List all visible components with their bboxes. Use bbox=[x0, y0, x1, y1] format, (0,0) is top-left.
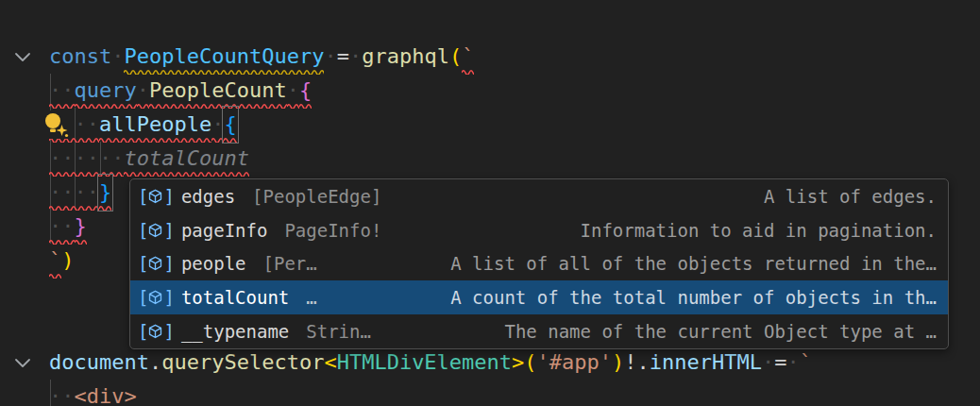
suggestion-item-pageInfo[interactable]: []pageInfoPageInfo!Information to aid in… bbox=[130, 213, 948, 247]
suggestion-label: __typename bbox=[181, 321, 289, 342]
code-token: querySelector bbox=[161, 346, 324, 380]
suggestion-item-people[interactable]: []people[Per…A list of all of the object… bbox=[130, 247, 948, 281]
code-token: totalCount bbox=[124, 142, 248, 176]
code-line-ghost-totalcount[interactable]: ······totalCount bbox=[0, 142, 980, 176]
code-token: query bbox=[75, 74, 137, 108]
whitespace-dots: · bbox=[111, 40, 124, 74]
code-token: { bbox=[299, 74, 312, 108]
code-token: document bbox=[49, 346, 149, 380]
suggestion-description: The name of the current Object type at … bbox=[504, 321, 937, 342]
suggest-widget: []edges[PeopleEdge]A list of edges.[]pag… bbox=[129, 178, 949, 349]
suggestion-item-edges[interactable]: []edges[PeopleEdge]A list of edges. bbox=[130, 179, 948, 213]
suggestion-label: pageInfo bbox=[181, 220, 268, 241]
suggestion-description: A count of the total number of objects i… bbox=[450, 287, 937, 308]
field-icon: [] bbox=[138, 220, 174, 241]
fold-chevron-icon[interactable] bbox=[14, 358, 31, 368]
suggestion-detail: [PeopleEdge] bbox=[252, 186, 381, 207]
suggestion-detail: … bbox=[306, 287, 316, 308]
code-token: HTMLDivElement bbox=[337, 346, 512, 380]
code-token: ! bbox=[624, 346, 636, 380]
whitespace-dots: · bbox=[762, 346, 774, 380]
suggestion-label: totalCount bbox=[181, 287, 289, 308]
code-token: = bbox=[774, 346, 786, 380]
whitespace-dots: · bbox=[324, 40, 336, 74]
code-token: PeopleCount bbox=[149, 74, 287, 108]
fold-chevron-icon[interactable] bbox=[14, 52, 31, 62]
suggestion-item-__typename[interactable]: []__typenameStrin…The name of the curren… bbox=[130, 314, 948, 348]
code-token: . bbox=[637, 346, 650, 380]
whitespace-dots: ·· bbox=[49, 74, 75, 108]
code-token: ` bbox=[462, 40, 474, 74]
code-token: ` bbox=[800, 346, 812, 380]
code-token: > bbox=[512, 346, 524, 380]
suggestion-label: edges bbox=[181, 186, 235, 207]
code-token: ` bbox=[49, 244, 61, 278]
suggestion-detail: [Per… bbox=[263, 253, 317, 274]
code-token: ) bbox=[61, 244, 74, 278]
code-token: = bbox=[337, 40, 349, 74]
suggestion-description: Information to aid in pagination. bbox=[581, 220, 938, 241]
code-token: } bbox=[99, 176, 111, 210]
code-editor: import·{·graphql·}·from·'./gql'const·Peo… bbox=[0, 0, 980, 406]
suggestion-item-totalCount[interactable]: []totalCount…A count of the total number… bbox=[130, 280, 948, 314]
field-cube-icon bbox=[148, 290, 162, 305]
suggestion-description: A list of all of the objects returned in… bbox=[450, 253, 937, 274]
field-icon: [] bbox=[138, 321, 174, 342]
lightbulb-sparkle-icon[interactable] bbox=[42, 110, 70, 139]
code-token: } bbox=[75, 210, 87, 244]
code-token: graphql bbox=[362, 40, 449, 74]
whitespace-dots: ···· bbox=[49, 176, 99, 210]
suggestion-detail: PageInfo! bbox=[284, 220, 381, 241]
code-token: PeopleCountQuery bbox=[124, 40, 324, 74]
code-line-queryselector[interactable]: document.querySelector<HTMLDivElement>('… bbox=[0, 346, 980, 380]
code-token: <div> bbox=[75, 380, 137, 406]
whitespace-dots: · bbox=[287, 74, 299, 108]
suggestion-label: people bbox=[181, 253, 246, 274]
code-token: { bbox=[224, 108, 236, 142]
whitespace-dots: · bbox=[787, 346, 800, 380]
whitespace-dots: · bbox=[349, 40, 362, 74]
code-line-const[interactable]: const·PeopleCountQuery·=·graphql(` bbox=[0, 40, 980, 74]
code-token: ( bbox=[449, 40, 462, 74]
code-token: ( bbox=[524, 346, 536, 380]
whitespace-dots: ·· bbox=[49, 380, 75, 406]
code-line-div-open[interactable]: ··<div> bbox=[0, 380, 980, 406]
whitespace-dots: · bbox=[211, 108, 224, 142]
code-line-allpeople[interactable]: ····allPeople·{ bbox=[0, 108, 980, 142]
code-token: const bbox=[49, 40, 111, 74]
code-token: allPeople bbox=[99, 108, 211, 142]
field-cube-icon bbox=[148, 189, 162, 204]
suggestion-description: A list of edges. bbox=[764, 186, 937, 207]
code-line-blank[interactable] bbox=[0, 6, 980, 40]
field-icon: [] bbox=[138, 287, 174, 308]
field-icon: [] bbox=[138, 253, 174, 274]
whitespace-dots: · bbox=[137, 74, 149, 108]
code-token: innerHTML bbox=[650, 346, 762, 380]
field-icon: [] bbox=[138, 186, 174, 207]
whitespace-dots: ·· bbox=[49, 210, 75, 244]
code-token: ) bbox=[612, 346, 624, 380]
code-token: < bbox=[324, 346, 336, 380]
suggestion-detail: Strin… bbox=[306, 321, 371, 342]
code-line-query[interactable]: ··query·PeopleCount·{ bbox=[0, 74, 980, 108]
code-token: '#app' bbox=[537, 346, 612, 380]
whitespace-dots: ······ bbox=[49, 142, 124, 176]
field-cube-icon bbox=[148, 324, 162, 339]
field-cube-icon bbox=[148, 223, 162, 238]
code-token: . bbox=[149, 346, 161, 380]
field-cube-icon bbox=[148, 256, 162, 271]
